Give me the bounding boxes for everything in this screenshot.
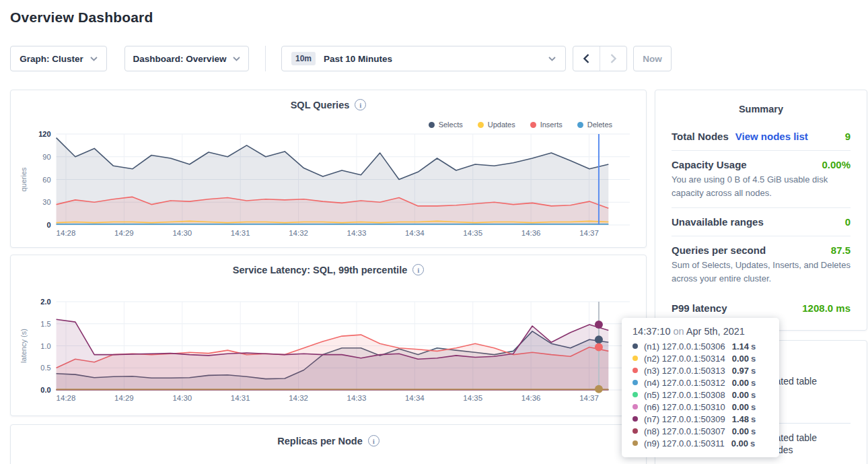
chevron-down-icon	[548, 57, 556, 61]
graph-selector-dropdown[interactable]: Graph: Cluster	[10, 46, 107, 71]
node-color-dot	[632, 343, 638, 349]
node-address: (n6) 127.0.0.1:50310	[644, 402, 725, 412]
node-address: (n9) 127.0.0.1:50311	[644, 438, 725, 449]
tooltip-row: (n1) 127.0.0.1:503061.14s	[632, 340, 770, 352]
node-latency-unit: s	[751, 366, 756, 376]
node-latency-unit: s	[751, 341, 756, 352]
x-tick-label: 14:34	[405, 229, 425, 237]
node-latency-unit: s	[751, 402, 756, 412]
summary-title: Summary	[672, 104, 851, 114]
tooltip-time: 14:37:10	[632, 326, 670, 337]
next-time-button[interactable]	[600, 46, 626, 71]
node-address: (n2) 127.0.0.1:50314	[644, 354, 725, 364]
node-color-dot	[632, 428, 638, 434]
chevron-left-icon	[583, 54, 589, 63]
node-latency-unit: s	[751, 378, 756, 388]
time-range-label: Past 10 Minutes	[324, 54, 392, 64]
y-axis-label: latency (s)	[20, 329, 28, 363]
dashboard-selector-dropdown[interactable]: Dashboard: Overview	[124, 46, 249, 71]
unavailable-ranges-label: Unavailable ranges	[672, 216, 764, 228]
x-tick-label: 14:36	[521, 229, 541, 237]
divider	[672, 150, 851, 151]
node-address: (n5) 127.0.0.1:50308	[644, 390, 725, 400]
chevron-right-icon	[610, 54, 616, 63]
node-color-dot	[632, 368, 638, 373]
node-latency-unit: s	[750, 438, 755, 449]
node-address: (n1) 127.0.0.1:50306	[644, 341, 725, 352]
x-tick-label: 14:36	[521, 394, 541, 402]
tooltip-row: (n9) 127.0.0.1:503110.00s	[632, 437, 770, 449]
dashboard-selector-label: Dashboard: Overview	[133, 54, 227, 64]
tooltip-row: (n8) 127.0.0.1:503070.00s	[632, 425, 770, 437]
node-color-dot	[632, 440, 638, 446]
crosshair-dot-n3	[595, 343, 603, 351]
node-latency-value: 1.14	[732, 341, 749, 352]
tooltip-row: (n2) 127.0.0.1:503140.00s	[632, 352, 770, 364]
sql-queries-chart[interactable]: 030609012014:2814:2914:3014:3114:3214:33…	[11, 90, 646, 247]
node-latency-value: 0.97	[732, 366, 749, 376]
summary-row-p99: P99 latency 1208.0 ms	[672, 302, 851, 314]
y-tick-label: 120	[38, 130, 50, 138]
y-tick-label: 1.5	[40, 320, 50, 328]
chart-title: Replicas per Node i	[11, 435, 646, 446]
sql-queries-panel: SQL Queries i SelectsUpdatesInsertsDelet…	[10, 90, 647, 248]
controls-divider	[265, 46, 266, 71]
node-latency-value: 0.00	[731, 438, 748, 449]
x-tick-label: 14:37	[579, 229, 599, 237]
tooltip-row: (n7) 127.0.0.1:503091.48s	[632, 413, 770, 425]
x-tick-label: 14:29	[114, 229, 134, 237]
node-color-dot	[632, 380, 638, 385]
summary-panel: Summary Total Nodes View nodes list 9 Ca…	[655, 90, 867, 331]
x-tick-label: 14:30	[172, 229, 192, 237]
y-tick-label: 0.5	[40, 364, 50, 372]
prev-time-button[interactable]	[573, 46, 600, 71]
y-tick-label: 0.0	[40, 386, 50, 394]
x-tick-label: 14:28	[57, 229, 76, 237]
time-range-badge: 10m	[291, 52, 316, 65]
total-nodes-label: Total Nodes	[672, 131, 729, 142]
service-latency-chart[interactable]: 0.00.51.01.52.014:2814:2914:3014:3114:32…	[11, 255, 646, 416]
node-latency-value: 0.00	[732, 390, 749, 400]
y-tick-label: 60	[42, 176, 50, 184]
node-color-dot	[632, 416, 638, 422]
x-tick-label: 14:29	[114, 394, 134, 402]
crosshair-dot-n9	[595, 385, 603, 393]
info-icon[interactable]: i	[368, 435, 379, 446]
x-tick-label: 14:28	[57, 394, 76, 402]
chart-title-text: Replicas per Node	[277, 436, 363, 446]
now-button[interactable]: Now	[633, 46, 672, 71]
node-latency-value: 0.00	[732, 426, 749, 436]
y-tick-label: 2.0	[40, 298, 50, 306]
graph-selector-label: Graph: Cluster	[20, 54, 83, 64]
y-tick-label: 1.0	[40, 342, 50, 350]
node-color-dot	[632, 404, 638, 409]
x-tick-label: 14:33	[347, 229, 367, 237]
chevron-down-icon	[90, 57, 98, 61]
divider	[672, 236, 851, 236]
time-range-selector[interactable]: 10m Past 10 Minutes	[281, 46, 566, 71]
queries-per-second-label: Queries per second	[672, 244, 766, 256]
service-latency-panel: Service Latency: SQL, 99th percentile i …	[10, 255, 647, 416]
node-latency-value: 0.00	[732, 354, 749, 364]
divider	[672, 207, 851, 208]
x-tick-label: 14:35	[463, 394, 482, 402]
tooltip-row: (n6) 127.0.0.1:503100.00s	[632, 401, 770, 413]
y-axis-label: queries	[20, 167, 28, 192]
crosshair-dot-n7	[595, 321, 603, 329]
node-color-dot	[632, 356, 638, 361]
y-tick-label: 30	[42, 198, 50, 206]
node-address: (n8) 127.0.0.1:50307	[644, 426, 725, 436]
unavailable-ranges-value: 0	[845, 216, 851, 228]
x-tick-label: 14:37	[579, 394, 599, 402]
tooltip-timestamp: 14:37:10 on Apr 5th, 2021	[632, 326, 770, 337]
node-address: (n7) 127.0.0.1:50309	[644, 414, 725, 424]
tooltip-on: on	[673, 326, 684, 337]
y-tick-label: 90	[42, 153, 50, 161]
x-tick-label: 14:35	[463, 229, 482, 237]
x-tick-label: 14:30	[172, 394, 192, 402]
node-latency-unit: s	[751, 354, 756, 364]
summary-row-total-nodes: Total Nodes View nodes list 9	[672, 131, 851, 142]
chevron-down-icon	[233, 57, 240, 61]
view-nodes-list-link[interactable]: View nodes list	[735, 131, 808, 142]
node-latency-value: 1.48	[732, 414, 749, 424]
